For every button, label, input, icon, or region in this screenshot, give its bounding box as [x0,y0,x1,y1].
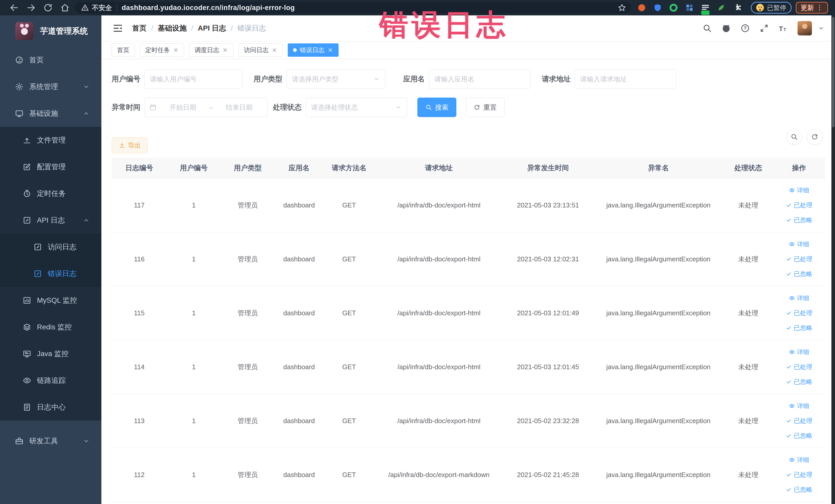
action-processed-link[interactable]: 已处理 [786,471,812,479]
action-processed-link[interactable]: 已处理 [786,255,812,263]
fullscreen-icon[interactable] [759,24,769,33]
column-header[interactable]: 异常发生时间 [503,158,593,178]
tab-2[interactable]: 调度日志 [189,43,233,57]
reload-icon[interactable] [43,3,53,13]
bookmark-star-icon[interactable] [617,3,626,12]
column-header[interactable]: 请求方法名 [323,158,375,178]
user-avatar[interactable] [797,21,812,36]
user-type-select[interactable]: 请选择用户类型 [286,69,385,89]
github-icon[interactable] [721,24,731,33]
action-ignored-link[interactable]: 已忽略 [786,378,812,386]
exception-time-range-picker[interactable]: 开始日期 – 结束日期 [144,98,268,117]
action-detail-link[interactable]: 详细 [789,186,809,194]
sidebar-item-config-management[interactable]: 配置管理 [0,154,101,180]
window-scrollbar[interactable] [831,15,835,504]
sidebar-item-scheduled-tasks[interactable]: 定时任务 [0,180,101,207]
ext-list-icon[interactable] [701,3,710,12]
column-header[interactable]: 处理状态 [724,158,773,178]
address-bar[interactable]: 不安全 dashboard.yudao.iocoder.cn/infra/log… [75,2,631,13]
table-cell: dashboard [274,448,323,502]
ext-shield-icon[interactable] [653,3,662,12]
action-detail-link[interactable]: 详细 [789,348,809,356]
back-icon[interactable] [9,3,19,13]
column-header[interactable]: 应用名 [274,158,323,178]
sidebar-item-api-log[interactable]: API 日志 [0,207,101,234]
action-detail-link[interactable]: 详细 [789,240,809,248]
sidebar-item-mysql-monitor[interactable]: MySQL 监控 [0,287,101,314]
user-id-input[interactable] [144,69,242,89]
scrollbar-thumb[interactable] [832,17,834,127]
app-title: 芋道管理系统 [40,26,88,37]
ext-orange-icon[interactable] [637,3,646,12]
close-icon[interactable] [328,47,333,53]
forward-icon[interactable] [26,3,36,13]
tab-label: 定时任务 [145,46,170,54]
filter-app-name: 应用名 [403,69,530,89]
ext-green-ring-icon[interactable] [669,3,678,12]
action-processed-link[interactable]: 已处理 [786,363,812,371]
home-icon[interactable] [60,3,70,13]
avatar-caret-down-icon[interactable] [818,25,824,31]
sidebar-item-error-log[interactable]: 错误日志 [0,260,101,287]
help-icon[interactable]: ? [740,24,750,33]
breadcrumb-item-infrastructure[interactable]: 基础设施 [158,23,187,33]
action-processed-link[interactable]: 已处理 [786,309,812,317]
sidebar-item-java-monitor[interactable]: Java 监控 [0,340,101,367]
breadcrumb-item-home[interactable]: 首页 [132,23,147,33]
column-header[interactable]: 请求地址 [375,158,503,178]
tab-3[interactable]: 访问日志 [239,43,283,57]
sidebar-item-infrastructure[interactable]: 基础设施 [0,100,101,127]
sidebar-item-redis-monitor[interactable]: Redis 监控 [0,314,101,340]
column-header[interactable]: 操作 [773,158,825,178]
refresh-table-button[interactable] [807,129,823,145]
font-size-icon[interactable]: TT [778,24,788,33]
security-label: 不安全 [92,3,112,12]
check-icon [786,217,792,223]
ext-grid-icon[interactable] [685,3,694,12]
action-ignored-link[interactable]: 已忽略 [786,324,812,332]
tab-1[interactable]: 定时任务 [140,43,184,57]
request-url-input[interactable] [575,69,676,89]
sidebar-item-access-log[interactable]: 访问日志 [0,234,101,260]
sidebar-logo[interactable]: 芋道管理系统 [0,15,101,47]
ext-leaf-icon[interactable] [717,3,726,12]
browser-menu-icon[interactable] [816,4,823,11]
reset-button[interactable]: 重置 [466,98,505,117]
close-icon[interactable] [173,47,179,53]
action-ignored-link[interactable]: 已忽略 [786,270,812,278]
collapse-sidebar-icon[interactable] [113,23,123,33]
action-ignored-link[interactable]: 已忽略 [786,485,812,494]
action-detail-link[interactable]: 详细 [789,456,809,464]
table-cell: 115 [111,286,167,340]
sidebar-item-file-management[interactable]: 文件管理 [0,127,101,154]
breadcrumb-item-api-log[interactable]: API 日志 [198,23,226,33]
tab-4[interactable]: 错误日志 [288,43,339,57]
search-icon[interactable] [702,24,712,33]
paused-extension-pill[interactable]: 已暂停 [751,2,792,14]
column-header[interactable]: 用户类型 [221,158,274,178]
export-button[interactable]: 导出 [111,137,148,153]
action-detail-link[interactable]: 详细 [789,402,809,410]
search-button[interactable]: 搜索 [418,98,456,117]
action-ignored-link[interactable]: 已忽略 [786,216,812,224]
sidebar-item-dev-tools[interactable]: 研发工具 [0,428,101,455]
action-ignored-link[interactable]: 已忽略 [786,431,812,440]
sidebar-item-log-center[interactable]: 日志中心 [0,394,101,421]
action-processed-link[interactable]: 已处理 [786,417,812,425]
close-icon[interactable] [222,47,228,53]
sidebar-item-trace[interactable]: 链路追踪 [0,367,101,394]
column-header[interactable]: 日志编号 [111,158,167,178]
ext-puzzle-icon[interactable] [733,3,742,12]
app-name-input[interactable] [429,69,530,89]
toggle-search-button[interactable] [786,129,802,145]
close-icon[interactable] [271,47,277,53]
process-status-select[interactable]: 请选择处理状态 [306,98,407,117]
sidebar-item-system-management[interactable]: 系统管理 [0,74,101,100]
action-processed-link[interactable]: 已处理 [786,201,812,209]
sidebar-item-home[interactable]: 首页 [0,47,101,74]
column-header[interactable]: 异常名 [593,158,724,178]
browser-update-button[interactable]: 更新 [796,2,828,14]
action-detail-link[interactable]: 详细 [789,294,809,302]
tab-home[interactable]: 首页 [111,43,135,57]
column-header[interactable]: 用户编号 [167,158,221,178]
